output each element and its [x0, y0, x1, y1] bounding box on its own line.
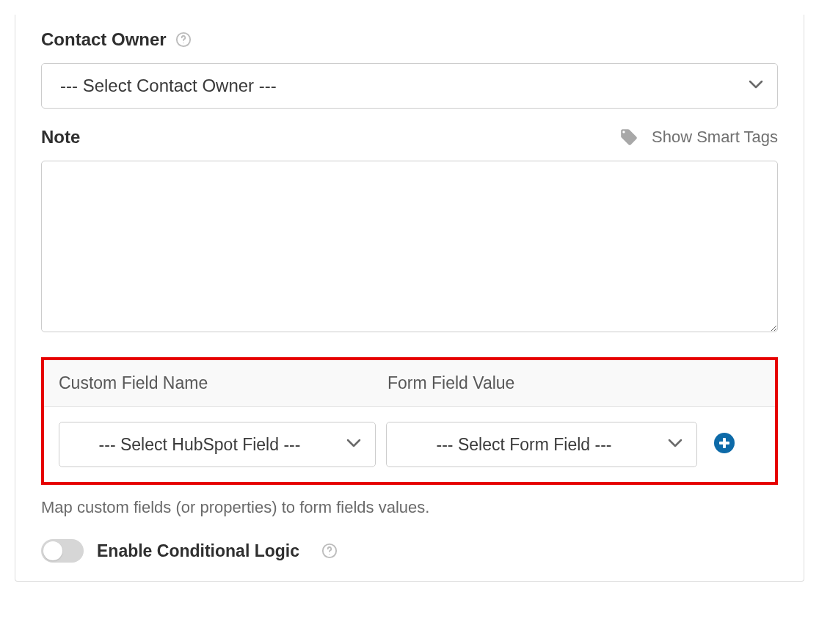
conditional-logic-label-text: Enable Conditional Logic — [97, 541, 299, 560]
hubspot-field-select-wrap: --- Select HubSpot Field --- — [59, 422, 376, 467]
form-field-select-wrap: --- Select Form Field --- — [386, 422, 697, 467]
chevron-down-icon — [668, 438, 682, 451]
svg-rect-4 — [719, 442, 729, 444]
contact-owner-label: Contact Owner — [41, 29, 192, 50]
add-mapping-row-button[interactable] — [713, 433, 735, 455]
show-smart-tags-button[interactable]: Show Smart Tags — [619, 128, 778, 147]
custom-field-mapping-box: Custom Field Name Form Field Value --- S… — [41, 357, 778, 485]
note-label-text: Note — [41, 127, 80, 147]
note-section: Note Show Smart Tags — [41, 127, 778, 335]
form-field-select[interactable]: --- Select Form Field --- — [386, 422, 697, 467]
mapping-helper-text: Map custom fields (or properties) to for… — [41, 498, 778, 517]
contact-owner-label-text: Contact Owner — [41, 29, 167, 50]
mapping-header-value: Form Field Value — [387, 373, 760, 393]
mapping-header-name: Custom Field Name — [59, 373, 387, 393]
conditional-logic-label: Enable Conditional Logic — [97, 541, 299, 561]
svg-point-1 — [183, 43, 183, 43]
help-icon[interactable] — [175, 32, 192, 48]
settings-panel: Contact Owner --- Select Contact Owner -… — [15, 15, 804, 582]
form-field-select-text: --- Select Form Field --- — [437, 435, 612, 455]
chevron-down-icon — [749, 79, 763, 92]
mapping-row: --- Select HubSpot Field --- --- Select … — [44, 407, 775, 482]
svg-point-6 — [329, 554, 330, 555]
note-textarea[interactable] — [41, 161, 778, 332]
smart-tags-label: Show Smart Tags — [652, 128, 778, 147]
tag-icon — [619, 128, 638, 147]
conditional-logic-row: Enable Conditional Logic — [41, 539, 778, 563]
help-icon[interactable] — [321, 543, 338, 559]
conditional-logic-toggle[interactable] — [41, 539, 84, 563]
contact-owner-label-row: Contact Owner — [41, 29, 778, 50]
note-label-row: Note Show Smart Tags — [41, 127, 778, 147]
contact-owner-section: Contact Owner --- Select Contact Owner -… — [41, 29, 778, 109]
toggle-knob — [43, 541, 62, 560]
contact-owner-select-text: --- Select Contact Owner --- — [60, 76, 277, 96]
hubspot-field-select-text: --- Select HubSpot Field --- — [99, 435, 301, 455]
hubspot-field-select[interactable]: --- Select HubSpot Field --- — [59, 422, 376, 467]
plus-circle-icon — [713, 432, 735, 457]
mapping-header: Custom Field Name Form Field Value — [44, 360, 775, 407]
note-label: Note — [41, 127, 80, 147]
contact-owner-select[interactable]: --- Select Contact Owner --- — [41, 63, 778, 109]
chevron-down-icon — [346, 438, 361, 451]
contact-owner-select-wrap: --- Select Contact Owner --- — [41, 63, 778, 109]
